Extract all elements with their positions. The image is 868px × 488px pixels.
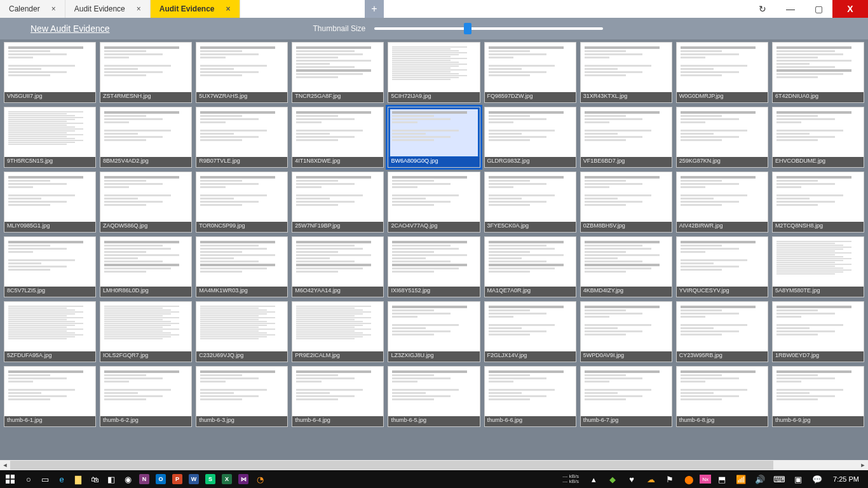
sway-icon[interactable]: S: [202, 470, 219, 488]
task-view-icon[interactable]: ▭: [37, 470, 53, 488]
thumbnail[interactable]: thumb-6-2.jpg: [100, 366, 192, 427]
thumbnail[interactable]: 5WPD0AV9I.jpg: [580, 301, 672, 362]
thumbnail[interactable]: LZ3ZXIGJ8U.jpg: [388, 301, 480, 362]
thumbnail[interactable]: 1RBW0EYD7.jpg: [772, 301, 864, 362]
thumbnail[interactable]: M6O42YAA14.jpg: [292, 236, 384, 297]
refresh-button[interactable]: ↻: [749, 0, 776, 18]
tray-icon-5[interactable]: ⬤: [681, 470, 697, 488]
thumbnail[interactable]: 2CAO4V77AQ.jpg: [388, 172, 480, 233]
word-icon[interactable]: W: [186, 470, 202, 488]
thumbnail[interactable]: 0ZBM8BH5V.jpg: [580, 172, 672, 233]
store-icon[interactable]: 🛍: [86, 470, 103, 488]
thumbnail[interactable]: 5CIH72IJA9.jpg: [388, 42, 480, 103]
new-tab-button[interactable]: +: [365, 0, 384, 18]
thumbnail[interactable]: VN5GUII7.jpg: [4, 42, 96, 103]
scroll-handle[interactable]: [10, 461, 773, 470]
tray-icon-4[interactable]: ⚑: [661, 470, 678, 488]
file-explorer-icon[interactable]: ▇: [70, 470, 86, 488]
thumbnail[interactable]: TNCR25GA8F.jpg: [292, 42, 384, 103]
thumbnail[interactable]: AIV42BIRWR.jpg: [676, 172, 768, 233]
thumbnail[interactable]: thumb-6-9.jpg: [772, 366, 864, 427]
thumbnail[interactable]: MA4MK1WR03.jpg: [196, 236, 288, 297]
thumbnail[interactable]: FQ98597DZW.jpg: [484, 42, 576, 103]
thumbnail[interactable]: W0G0DMRJP.jpg: [676, 42, 768, 103]
thumbnail[interactable]: 5UX7WZRAHS.jpg: [196, 42, 288, 103]
thumbnail[interactable]: ZST4RMESNH.jpg: [100, 42, 192, 103]
thumbnail[interactable]: C232U69VJQ.jpg: [196, 301, 288, 362]
thumbnail[interactable]: thumb-6-4.jpg: [292, 366, 384, 427]
thumbnail[interactable]: thumb-6-3.jpg: [196, 366, 288, 427]
tab-1[interactable]: Audit Evidence×: [65, 0, 151, 18]
chrome-icon[interactable]: ◉: [119, 470, 136, 488]
tray-icon-7[interactable]: ⬒: [714, 470, 730, 488]
thumbnail[interactable]: VF1BE6BD7.jpg: [580, 107, 672, 168]
onenote-icon[interactable]: N: [136, 470, 153, 488]
tab-close-icon[interactable]: ×: [226, 4, 230, 13]
thumbnail[interactable]: ZAQDW586Q.jpg: [100, 172, 192, 233]
thumbnail[interactable]: CY23W95RB.jpg: [676, 301, 768, 362]
edge-icon[interactable]: e: [53, 470, 70, 488]
tab-close-icon[interactable]: ×: [51, 4, 56, 13]
thumbnail[interactable]: IOLS2FGQR7.jpg: [100, 301, 192, 362]
tab-0[interactable]: Calender×: [0, 0, 65, 18]
close-button[interactable]: X: [832, 0, 868, 18]
thumbnail[interactable]: 4IT1N8XDWE.jpg: [292, 107, 384, 168]
thumbnail[interactable]: thumb-6-7.jpg: [580, 366, 672, 427]
thumbnail[interactable]: 25W7NF19BP.jpg: [292, 172, 384, 233]
thumbnail[interactable]: 8C5V7LZI5.jpg: [4, 236, 96, 297]
thumbnail[interactable]: BW6A809G0Q.jpg: [388, 107, 480, 168]
thumbnail[interactable]: M2TCQ8NSH8.jpg: [772, 172, 864, 233]
tray-icon-3[interactable]: ☁: [642, 470, 659, 488]
thumbnail[interactable]: thumb-6-8.jpg: [676, 366, 768, 427]
thumbnail[interactable]: thumb-6-1.jpg: [4, 366, 96, 427]
thumbnail[interactable]: 5ZFDUFA95A.jpg: [4, 301, 96, 362]
app-icon-1[interactable]: ◧: [103, 470, 119, 488]
horizontal-scrollbar[interactable]: ◄ ►: [0, 460, 868, 470]
maximize-button[interactable]: ▢: [804, 0, 832, 18]
app-icon-2[interactable]: ◔: [252, 470, 268, 488]
slider-thumb[interactable]: [464, 23, 471, 34]
tab-2[interactable]: Audit Evidence×: [151, 0, 240, 18]
excel-icon[interactable]: X: [219, 470, 235, 488]
thumbnail[interactable]: thumb-6-6.jpg: [484, 366, 576, 427]
thumbnail[interactable]: IXI68Y5152.jpg: [388, 236, 480, 297]
thumbnail[interactable]: YVIRQUCESYV.jpg: [676, 236, 768, 297]
scroll-track[interactable]: [10, 460, 858, 470]
minimize-button[interactable]: —: [776, 0, 804, 18]
tray-icon-6[interactable]: Nx: [700, 475, 711, 484]
tab-close-icon[interactable]: ×: [137, 4, 141, 13]
thumbnail[interactable]: 8BM25V4AD2.jpg: [100, 107, 192, 168]
thumbnail[interactable]: TOR0NC5P99.jpg: [196, 172, 288, 233]
tray-overflow-icon[interactable]: ▴: [585, 470, 602, 488]
thumbnail[interactable]: 4KBMD4IZY.jpg: [580, 236, 672, 297]
thumbnail[interactable]: MA1QE7A0R.jpg: [484, 236, 576, 297]
search-icon[interactable]: ○: [20, 470, 37, 488]
tray-icon-1[interactable]: ◆: [604, 470, 621, 488]
scroll-left-arrow[interactable]: ◄: [0, 460, 10, 470]
outlook-icon[interactable]: O: [153, 470, 169, 488]
thumbnail[interactable]: 9TH5RC5N1S.jpg: [4, 107, 96, 168]
scroll-right-arrow[interactable]: ►: [858, 460, 868, 470]
thumbnail[interactable]: 6T42DNIUA0.jpg: [772, 42, 864, 103]
tray-input-icon[interactable]: ⌨: [771, 470, 787, 488]
new-audit-evidence-link[interactable]: New Audit Evidence: [31, 24, 110, 34]
tray-notifications-icon[interactable]: 💬: [809, 470, 825, 488]
thumbnail[interactable]: thumb-6-5.jpg: [388, 366, 480, 427]
visual-studio-icon[interactable]: ⋈: [235, 470, 252, 488]
thumbnail[interactable]: MLIY0985G1.jpg: [4, 172, 96, 233]
tray-battery-icon[interactable]: ▣: [790, 470, 806, 488]
thumbnail[interactable]: R9B07TVLE.jpg: [196, 107, 288, 168]
thumbnail[interactable]: EHVCOBDUME.jpg: [772, 107, 864, 168]
thumbnail[interactable]: 5A8YM580TE.jpg: [772, 236, 864, 297]
tray-icon-2[interactable]: ♥: [623, 470, 640, 488]
thumbnail[interactable]: F2GLJX14V.jpg: [484, 301, 576, 362]
tray-network-icon[interactable]: 📶: [733, 470, 749, 488]
start-button[interactable]: [0, 470, 20, 488]
thumbnail[interactable]: GLDRG983Z.jpg: [484, 107, 576, 168]
clock[interactable]: 7:25 PM: [828, 475, 864, 483]
thumbnail[interactable]: PR9E2ICALM.jpg: [292, 301, 384, 362]
powerpoint-icon[interactable]: P: [169, 470, 186, 488]
thumbnail-size-slider[interactable]: [374, 27, 603, 30]
thumbnail[interactable]: 3FYE5CK0A.jpg: [484, 172, 576, 233]
tray-volume-icon[interactable]: 🔊: [752, 470, 768, 488]
